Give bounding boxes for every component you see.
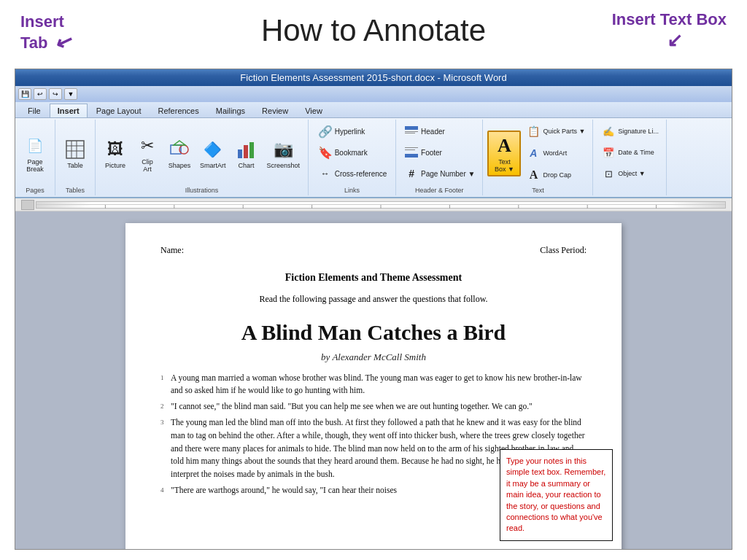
annotation-insert-textbox: Insert Text Box ↙ [612, 10, 727, 52]
annotation-insert-tab: Insert Tab ↙ [20, 13, 72, 53]
qa-redo[interactable]: ↪ [49, 88, 62, 100]
svg-rect-9 [244, 145, 248, 158]
tab-references[interactable]: References [150, 104, 206, 117]
ribbon-btn-screenshot[interactable]: 📷 Screenshot [263, 136, 304, 171]
text-annotation-box[interactable]: Type your notes in this simple text box.… [500, 449, 613, 541]
para-2: 2 "I cannot see," the blind man said. "B… [160, 400, 587, 413]
ribbon-btn-pagenumber[interactable]: # Page Number ▼ [400, 163, 478, 184]
annotation-box-text: Type your notes in this simple text box.… [506, 456, 605, 532]
ribbon-group-illustrations: 🖼 Picture ✂ ClipArt Shapes [96, 120, 309, 195]
ribbon-btn-quickparts[interactable]: 📋 Quick Parts ▼ [522, 121, 588, 141]
ribbon-group-headerfooter: Header Footer # Page Number ▼ Header & F… [396, 120, 483, 195]
svg-rect-11 [405, 126, 418, 130]
svg-rect-0 [66, 141, 84, 158]
ribbon-btn-smartart[interactable]: 🔷 SmartArt [196, 136, 230, 171]
document-area: Name: Class Period: Fiction Elements and… [15, 211, 732, 549]
quick-access-toolbar: 💾 ↩ ↪ ▼ [15, 86, 732, 102]
tab-view[interactable]: View [297, 104, 330, 117]
svg-rect-16 [405, 149, 415, 150]
ribbon-btn-page[interactable]: 📄 PageBreak [20, 132, 50, 175]
qa-dropdown[interactable]: ▼ [64, 88, 77, 100]
ribbon-btn-footer[interactable]: Footer [400, 142, 445, 163]
ribbon-group-signature: ✍ Signature Li... 📅 Date & Time ⊡ Object… [593, 120, 667, 195]
document-page: Name: Class Period: Fiction Elements and… [125, 223, 622, 549]
ribbon-btn-picture[interactable]: 🖼 Picture [100, 136, 131, 171]
svg-rect-8 [238, 149, 242, 158]
ribbon-btn-clipart[interactable]: ✂ ClipArt [132, 132, 163, 175]
ribbon-btn-dropcap[interactable]: A Drop Cap [522, 165, 588, 185]
ribbon: 📄 PageBreak Pages [15, 118, 732, 198]
title-bar: Fiction Elements Assessment 2015-short.d… [15, 69, 732, 86]
name-label: Name: [160, 244, 184, 257]
svg-rect-13 [405, 133, 415, 133]
tab-mailings[interactable]: Mailings [208, 104, 253, 117]
ribbon-group-text-label: Text [532, 185, 544, 194]
ribbon-btn-header[interactable]: Header [400, 121, 448, 141]
doc-field-row: Name: Class Period: [160, 244, 587, 257]
ribbon-btn-object[interactable]: ⊡ Object ▼ [597, 163, 648, 184]
story-author: by Alexander McCall Smith [160, 350, 587, 365]
ribbon-btn-table[interactable]: Table [60, 136, 90, 171]
tab-file[interactable]: File [20, 104, 49, 117]
class-period-label: Class Period: [540, 244, 587, 257]
ribbon-group-text: A TextBox ▼ 📋 Quick Parts ▼ A WordArt A … [483, 120, 593, 195]
svg-rect-15 [405, 147, 418, 148]
doc-subtitle: Read the following passage and answer th… [160, 292, 587, 306]
tab-insert[interactable]: Insert [50, 104, 88, 117]
tab-page-layout[interactable]: Page Layout [88, 104, 150, 117]
doc-title: Fiction Elements and Theme Assessment [160, 270, 587, 285]
ribbon-group-illustrations-label: Illustrations [185, 185, 219, 194]
ribbon-btn-hyperlink[interactable]: 🔗 Hyperlink [314, 121, 368, 141]
qa-undo[interactable]: ↩ [34, 88, 47, 100]
svg-rect-12 [405, 131, 418, 132]
ribbon-btn-textbox[interactable]: A TextBox ▼ [487, 131, 521, 176]
ribbon-group-tables: Table Tables [55, 120, 96, 195]
ribbon-btn-crossref[interactable]: ↔ Cross-reference [314, 163, 390, 184]
ribbon-group-pages: 📄 PageBreak Pages [15, 120, 55, 195]
svg-rect-10 [249, 142, 254, 158]
qa-save[interactable]: 💾 [18, 88, 31, 100]
svg-marker-7 [174, 141, 185, 145]
word-window: Fiction Elements Assessment 2015-short.d… [15, 69, 732, 550]
ribbon-group-tables-label: Tables [66, 185, 85, 194]
ribbon-btn-wordart[interactable]: A WordArt [522, 143, 588, 163]
ribbon-btn-datetime[interactable]: 📅 Date & Time [597, 142, 657, 163]
title-bar-text: Fiction Elements Assessment 2015-short.d… [240, 72, 506, 83]
ribbon-btn-shapes[interactable]: Shapes [164, 136, 195, 171]
ribbon-btn-chart[interactable]: Chart [231, 136, 262, 171]
ribbon-group-pages-label: Pages [26, 185, 44, 194]
ribbon-group-links-label: Links [344, 185, 360, 194]
ribbon-btn-signature[interactable]: ✍ Signature Li... [597, 121, 662, 141]
ribbon-group-headerfooter-label: Header & Footer [415, 185, 464, 194]
para-1: 1 A young man married a woman whose brot… [160, 372, 587, 398]
story-title: A Blind Man Catches a Bird [160, 316, 587, 349]
ribbon-group-links: 🔗 Hyperlink 🔖 Bookmark ↔ Cross-reference… [309, 120, 396, 195]
ruler [15, 198, 732, 211]
tab-review[interactable]: Review [254, 104, 296, 117]
ribbon-tabs: File Insert Page Layout References Maili… [15, 102, 732, 118]
ribbon-btn-bookmark[interactable]: 🔖 Bookmark [314, 142, 371, 163]
svg-rect-14 [405, 154, 418, 158]
